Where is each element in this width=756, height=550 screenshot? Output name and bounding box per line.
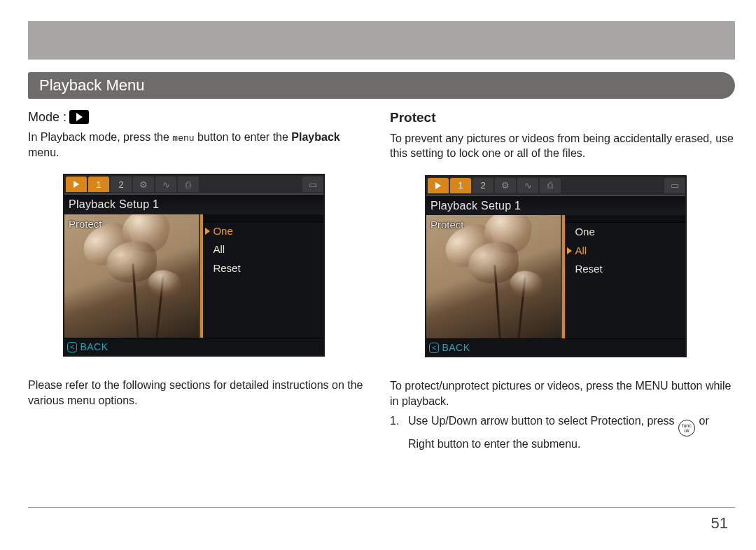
intro-text-mid: button to enter the [195,131,292,143]
back-key-icon: < [429,343,439,353]
step-text-a: Use Up/Down arrow button to select Prote… [408,415,678,427]
func-bot: ok [684,428,689,433]
option-reset: Reset [565,260,685,278]
tab-1: 1 [88,177,109,192]
menu-body: Protect One All Reset [64,214,323,338]
left-column: Mode : In Playback mode, press the menu … [28,109,373,451]
option-one: One [203,222,323,240]
tab-misc-icon: ⎙ [178,177,199,192]
back-label: BACK [442,341,470,355]
menu-footer: < BACK [64,338,323,355]
menu-title: Playback Setup 1 [64,195,323,214]
tab-battery-icon: ▭ [664,178,685,193]
step-text: Use Up/Down arrow button to select Prote… [408,413,735,452]
func-ok-icon: funcok [678,420,695,436]
tab-play-icon [66,177,87,192]
camera-screen-left: 1 2 ⚙ ∿ ⎙ ▭ Playback Setup 1 Protect [63,174,325,357]
option-reset: Reset [203,259,323,277]
option-list: One All Reset [200,214,323,338]
intro-text-post: menu. [28,146,59,158]
option-all: All [203,240,323,259]
thumbnail-flower: Protect [64,214,200,338]
tab-battery-icon: ▭ [302,177,323,192]
mode-label: Mode : [28,109,66,125]
func-top: func [682,423,691,428]
option-all: All [565,242,685,260]
tab-2: 2 [472,178,493,193]
tab-play-icon [428,178,449,193]
menu-title: Playback Setup 1 [426,196,685,216]
intro-text-pre: In Playback mode, press the [28,131,172,143]
page-number: 51 [711,514,728,532]
menu-body: Protect One All Reset [426,215,685,338]
tab-2: 2 [111,177,132,192]
left-intro: In Playback mode, press the menu button … [28,130,373,160]
section-header: Playback Menu [28,72,735,99]
menu-tabs: 1 2 ⚙ ∿ ⎙ ▭ [426,177,685,196]
mode-line: Mode : [28,109,373,125]
thumbnail-flower: Protect [426,215,562,338]
tab-wrench-icon: ⚙ [495,178,516,193]
step-1: 1. Use Up/Down arrow button to select Pr… [390,413,735,452]
content-columns: Mode : In Playback mode, press the menu … [28,109,735,451]
right-column: Protect To prevent any pictures or video… [390,109,735,451]
tab-wave-icon: ∿ [155,177,176,192]
step-number: 1. [390,413,402,452]
left-footnote: Please refer to the following sections f… [28,378,373,408]
protect-heading: Protect [390,109,735,127]
right-screenshot: 1 2 ⚙ ∿ ⎙ ▭ Playback Setup 1 Protect [425,175,735,358]
tab-wave-icon: ∿ [517,178,538,193]
tab-1: 1 [450,178,471,193]
back-key-icon: < [67,342,77,352]
menu-tabs: 1 2 ⚙ ∿ ⎙ ▭ [64,175,323,195]
menu-footer: < BACK [426,338,685,356]
right-below1: To protect/unprotect pictures or videos,… [390,378,735,408]
manual-page: Playback Menu Mode : In Playback mode, p… [28,21,735,522]
camera-screen-right: 1 2 ⚙ ∿ ⎙ ▭ Playback Setup 1 Protect [425,175,687,358]
play-icon [69,110,89,124]
intro-bold: Playback [291,131,340,143]
tab-wrench-icon: ⚙ [133,177,154,192]
menu-word: menu [172,133,194,144]
protect-intro: To prevent any pictures or videos from b… [390,131,735,161]
left-screenshot: 1 2 ⚙ ∿ ⎙ ▭ Playback Setup 1 Protect [63,174,373,357]
option-list: One All Reset [562,215,685,338]
bottom-rule [28,507,735,508]
top-gray-bar [28,21,735,60]
back-label: BACK [80,341,108,354]
tab-misc-icon: ⎙ [540,178,561,193]
section-title: Playback Menu [39,76,144,94]
option-one: One [565,223,685,241]
